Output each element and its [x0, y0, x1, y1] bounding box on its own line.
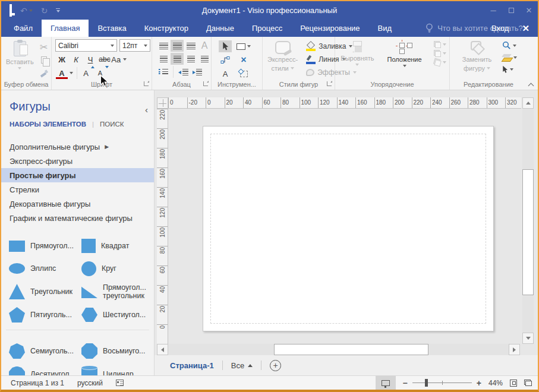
undo-button[interactable]: ↶ [20, 7, 33, 15]
drawing-canvas[interactable]: 0-20020406080100120140160180200220240260… [155, 90, 538, 355]
bullets-button[interactable] [157, 66, 170, 78]
stencil-item[interactable]: График и математические фигуры ▶ [1, 211, 154, 225]
shape-master[interactable]: Прямоугол...треугольник [74, 280, 146, 304]
align-button[interactable]: ← Выровнять [337, 39, 377, 80]
strikethrough-button[interactable]: abc [98, 53, 111, 65]
decrease-indent-button[interactable] [176, 66, 190, 78]
quick-styles-button[interactable]: Экспресс- стили [264, 39, 301, 80]
bold-button[interactable]: Ж [55, 53, 68, 65]
bring-forward-button[interactable] [434, 41, 446, 48]
dialog-launcher-icon[interactable] [144, 81, 149, 86]
ribbon-tab[interactable]: Файл [5, 20, 42, 37]
horizontal-scroll-thumb[interactable] [274, 344, 428, 355]
tab-search[interactable]: ПОИСК [100, 121, 124, 128]
font-size-combo[interactable]: 12пт [119, 39, 150, 52]
shape-master[interactable]: Прямоугол... [1, 235, 74, 257]
all-pages-button[interactable]: Все [231, 361, 253, 370]
scroll-down-button[interactable] [522, 333, 534, 344]
sign-in-button[interactable]: Вход [491, 24, 509, 33]
align-center-button[interactable] [171, 53, 184, 65]
tab-stencils[interactable]: НАБОРЫ ЭЛЕМЕНТОВ [10, 121, 86, 128]
align-left-button[interactable] [157, 53, 170, 65]
font-color-button[interactable]: А [55, 67, 68, 79]
stencil-item[interactable]: Простые фигуры ▶ [1, 168, 154, 182]
connector-tool-button[interactable] [219, 54, 232, 66]
group-shapes-button[interactable] [434, 59, 446, 66]
page-tab[interactable]: Страница-1 [170, 361, 214, 370]
zoom-level[interactable]: 44% [488, 379, 503, 387]
presentation-mode-button[interactable] [376, 376, 396, 390]
change-case-button[interactable]: Aa [112, 53, 125, 65]
copy-button[interactable] [37, 54, 51, 66]
collapse-ribbon-button[interactable] [528, 82, 533, 87]
pointer-tool-button[interactable] [219, 40, 232, 52]
text-tool-button[interactable]: A [219, 68, 232, 80]
shape-master[interactable]: Пятиуголь... [1, 304, 74, 326]
close-document-button[interactable]: ✕ [522, 23, 529, 34]
ribbon-tab[interactable]: Вставка [89, 20, 135, 37]
zoom-in-button[interactable]: + [477, 378, 481, 388]
shape-master[interactable]: Треугольник [1, 280, 74, 304]
scroll-left-button[interactable] [157, 344, 168, 355]
underline-button[interactable]: Ч [84, 53, 97, 65]
vertical-scrollbar[interactable] [522, 97, 534, 344]
collapse-panel-button[interactable]: ‹ [145, 105, 148, 115]
justify-button[interactable] [198, 53, 211, 65]
ribbon-tab[interactable]: Рецензирование [291, 20, 368, 37]
dialog-launcher-icon[interactable] [203, 81, 208, 86]
stencil-item[interactable]: Стрелки ▶ [1, 182, 154, 197]
dialog-launcher-icon[interactable] [327, 81, 332, 86]
save-button[interactable] [10, 5, 12, 16]
add-page-button[interactable]: + [270, 360, 281, 371]
stencil-item[interactable]: Дополнительные фигуры ▶ [1, 140, 154, 154]
connection-point-tool-button[interactable]: × [237, 54, 250, 66]
align-top-button[interactable] [157, 40, 170, 52]
shape-master[interactable]: Шестиугол... [74, 304, 146, 326]
shape-master[interactable]: Квадрат [74, 235, 146, 257]
send-backward-button[interactable] [434, 50, 446, 57]
grow-font-button[interactable]: А [81, 67, 94, 79]
vertical-scroll-thumb[interactable] [522, 169, 534, 295]
page-count-status[interactable]: Страница 1 из 1 [11, 379, 64, 387]
paste-button[interactable]: Вставить [2, 39, 37, 80]
stencil-item[interactable]: Декоративные фигуры ▶ [1, 197, 154, 211]
horizontal-scrollbar[interactable] [157, 344, 520, 355]
zoom-slider[interactable] [412, 379, 472, 387]
ribbon-tab[interactable]: Главная [42, 20, 89, 37]
fit-page-button[interactable] [510, 380, 517, 387]
minimize-button[interactable]: ─ [484, 1, 502, 20]
cut-button[interactable]: ✂ [37, 41, 51, 53]
align-bottom-button[interactable] [184, 40, 197, 52]
scroll-right-button[interactable] [509, 344, 520, 355]
shape-master[interactable]: Эллипс [1, 257, 74, 280]
ribbon-tab[interactable]: Процесс [243, 20, 291, 37]
layers-button[interactable] [502, 53, 517, 62]
data-window-icon[interactable] [116, 380, 124, 386]
find-button[interactable] [502, 41, 517, 50]
redo-button[interactable]: ↻ [41, 7, 48, 15]
drawing-page[interactable] [203, 126, 494, 331]
align-middle-button[interactable] [171, 40, 184, 52]
stencil-item[interactable]: Экспресс-фигуры ▶ [1, 154, 154, 168]
ribbon-tab[interactable]: Данные [197, 20, 243, 37]
shape-master[interactable]: Десятиугол... [1, 362, 74, 375]
align-right-button[interactable] [184, 53, 197, 65]
font-name-combo[interactable]: Calibri [55, 39, 117, 52]
zoom-slider-thumb[interactable] [425, 379, 428, 387]
italic-button[interactable]: К [70, 53, 83, 65]
language-status[interactable]: русский [77, 379, 103, 387]
zoom-out-button[interactable]: − [403, 378, 408, 388]
close-button[interactable]: ✕ [520, 1, 538, 20]
maximize-button[interactable] [502, 1, 520, 20]
shape-master[interactable]: Восьмиуго... [74, 340, 146, 362]
crop-rotate-tool-button[interactable] [237, 68, 250, 80]
customize-qat-button[interactable] [56, 8, 60, 12]
switch-windows-button[interactable] [524, 380, 532, 386]
increase-indent-button[interactable] [190, 66, 203, 78]
shape-master[interactable]: Семиуголь... [1, 340, 74, 362]
format-painter-button[interactable] [37, 67, 51, 79]
select-button[interactable] [502, 65, 517, 74]
ribbon-tab[interactable]: Вид [369, 20, 401, 37]
ribbon-tab[interactable]: Конструктор [135, 20, 197, 37]
position-button[interactable]: Положение [383, 39, 425, 80]
